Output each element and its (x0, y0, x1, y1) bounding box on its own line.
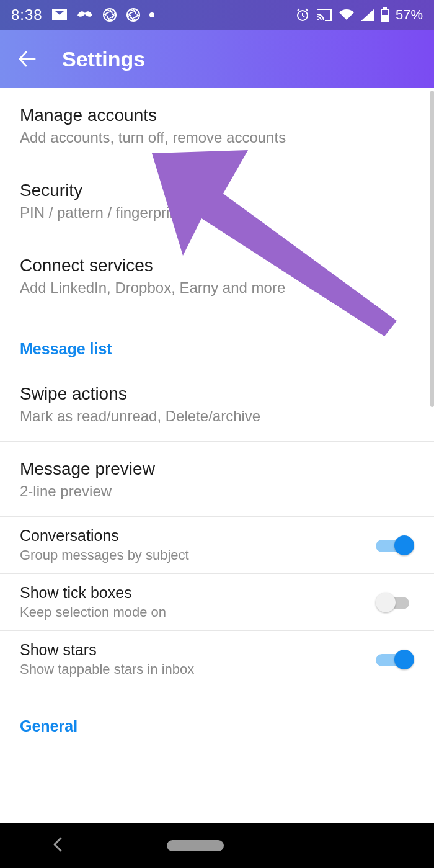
setting-subtitle: Add accounts, turn off, remove accounts (20, 129, 414, 146)
nav-back-button[interactable] (51, 836, 64, 856)
setting-message-preview[interactable]: Message preview 2-line preview (0, 442, 434, 517)
setting-title: Show tick boxes (20, 584, 376, 602)
setting-subtitle: Group messages by subject (20, 547, 376, 563)
setting-title: Message preview (20, 459, 414, 479)
alarm-icon (295, 7, 310, 22)
app-bar: Settings (0, 30, 434, 88)
toggle-show-stars[interactable] (376, 648, 414, 671)
toggle-conversations[interactable] (376, 534, 414, 557)
status-left: 8:38 (11, 6, 154, 24)
setting-subtitle: Show tappable stars in inbox (20, 661, 376, 678)
screen: 8:38 (0, 0, 434, 868)
setting-subtitle: 2-line preview (20, 483, 414, 500)
setting-manage-accounts[interactable]: Manage accounts Add accounts, turn off, … (0, 88, 434, 163)
cell-signal-icon (361, 9, 374, 21)
svg-rect-4 (383, 7, 387, 9)
setting-swipe-actions[interactable]: Swipe actions Mark as read/unread, Delet… (0, 367, 434, 442)
setting-connect-services[interactable]: Connect services Add LinkedIn, Dropbox, … (0, 238, 434, 313)
setting-title: Swipe actions (20, 384, 414, 404)
nav-home-pill[interactable] (167, 840, 224, 851)
setting-title: Show stars (20, 641, 376, 659)
aperture-icon (102, 7, 117, 22)
battery-percentage: 57% (396, 7, 423, 23)
setting-title: Security (20, 181, 414, 200)
section-header-message-list: Message list (0, 313, 434, 367)
mail-icon (51, 9, 68, 21)
setting-title: Conversations (20, 527, 376, 545)
toggle-show-tick-boxes[interactable] (376, 591, 414, 614)
page-title: Settings (62, 47, 145, 71)
status-time: 8:38 (11, 6, 43, 24)
setting-subtitle: Keep selection mode on (20, 604, 376, 620)
setting-subtitle: Add LinkedIn, Dropbox, Earny and more (20, 279, 414, 297)
setting-security[interactable]: Security PIN / pattern / fingerprint (0, 163, 434, 238)
setting-show-tick-boxes[interactable]: Show tick boxes Keep selection mode on (0, 574, 434, 631)
scrollbar[interactable] (430, 91, 434, 407)
back-button[interactable] (10, 41, 46, 77)
status-bar: 8:38 (0, 0, 434, 30)
wifi-icon (339, 9, 355, 21)
cast-icon (316, 8, 332, 22)
more-notifications-dot (149, 12, 154, 17)
battery-icon (381, 7, 389, 22)
aperture-icon (126, 7, 141, 22)
setting-title: Connect services (20, 256, 414, 275)
status-right: 57% (295, 7, 423, 23)
setting-conversations[interactable]: Conversations Group messages by subject (0, 517, 434, 574)
setting-subtitle: Mark as read/unread, Delete/archive (20, 408, 414, 425)
system-nav-bar (0, 823, 434, 868)
setting-show-stars[interactable]: Show stars Show tappable stars in inbox (0, 631, 434, 687)
svg-rect-5 (382, 15, 388, 21)
settings-list: Manage accounts Add accounts, turn off, … (0, 88, 434, 823)
setting-title: Manage accounts (20, 105, 414, 125)
mustache-icon (76, 11, 94, 19)
section-header-general: General (0, 687, 434, 744)
setting-subtitle: PIN / pattern / fingerprint (20, 204, 414, 221)
